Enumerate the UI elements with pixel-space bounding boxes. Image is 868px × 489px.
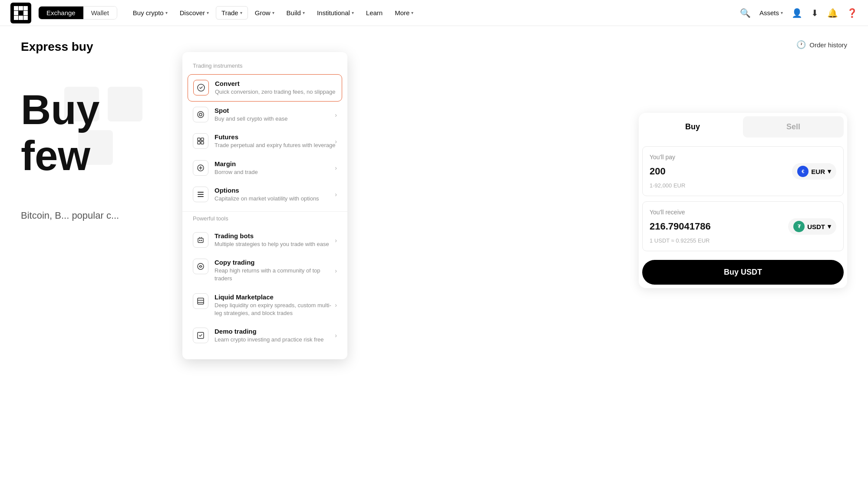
margin-title: Margin (215, 160, 337, 167)
dropdown-item-trading-bots[interactable]: Trading bots Multiple strategies to help… (182, 227, 347, 253)
futures-title: Futures (215, 133, 337, 141)
demo-trading-desc: Learn crypto investing and practice risk… (215, 336, 337, 344)
demo-trading-icon (193, 328, 208, 343)
svg-rect-3 (23, 6, 28, 10)
navbar-right: 🔍 Assets ▾ 👤 ⬇ 🔔 ❓ (740, 8, 858, 18)
nav-institutional[interactable]: Institutional ▾ (312, 7, 359, 19)
margin-desc: Borrow and trade (215, 168, 337, 176)
usdt-currency-icon: ₮ (793, 221, 805, 232)
copy-trading-title: Copy trading (215, 259, 337, 266)
tab-sell[interactable]: Sell (743, 116, 844, 138)
liquid-marketplace-title: Liquid Marketplace (215, 293, 337, 301)
nav-grow[interactable]: Grow ▾ (250, 7, 280, 19)
trading-bots-desc: Multiple strategies to help you trade wi… (215, 240, 337, 248)
eur-currency-icon: € (797, 166, 809, 177)
nav-trade[interactable]: Trade ▾ (216, 6, 248, 20)
chevron-right-icon: › (335, 302, 337, 308)
futures-icon (193, 133, 208, 149)
download-icon[interactable]: ⬇ (811, 8, 818, 18)
liquid-marketplace-icon (193, 293, 208, 309)
nav-buy-crypto[interactable]: Buy crypto ▾ (128, 7, 173, 19)
you-pay-hint: 1-92,000 EUR (650, 182, 836, 189)
svg-rect-15 (201, 141, 204, 144)
svg-rect-0 (10, 3, 31, 23)
dropdown-item-options[interactable]: Options Capitalize on market volatility … (182, 181, 347, 208)
svg-rect-6 (14, 16, 18, 20)
you-pay-field: You'll pay 200 € EUR ▾ 1-92,000 EUR (642, 146, 844, 196)
svg-point-23 (199, 240, 201, 241)
dropdown-item-futures[interactable]: Futures Trade perpetual and expiry futur… (182, 128, 347, 154)
svg-rect-19 (198, 192, 204, 193)
nav-build[interactable]: Build ▾ (281, 7, 310, 19)
chevron-down-icon: ▾ (303, 10, 305, 15)
receive-currency-selector[interactable]: ₮ USDT ▾ (788, 218, 836, 235)
svg-rect-5 (23, 11, 28, 15)
chevron-right-icon: › (335, 112, 337, 118)
trade-dropdown: Trading instruments Convert Quick conver… (182, 52, 347, 359)
dropdown-divider (182, 211, 347, 212)
svg-rect-1 (14, 6, 18, 10)
chevron-down-icon: ▾ (828, 223, 831, 230)
options-icon (193, 187, 208, 202)
hero-line1: Buy (21, 87, 99, 133)
spot-icon (193, 107, 208, 122)
chevron-down-icon: ▾ (828, 167, 831, 175)
nav-more[interactable]: More ▾ (389, 7, 419, 19)
dropdown-item-spot[interactable]: Spot Buy and sell crypto with ease › (182, 102, 347, 128)
you-receive-field: You'll receive 216.79041786 ₮ USDT ▾ 1 U… (642, 201, 844, 251)
svg-point-10 (198, 112, 204, 118)
chevron-right-icon: › (335, 164, 337, 171)
dropdown-item-copy-trading[interactable]: Copy trading Reap high returns with a co… (182, 253, 347, 288)
dropdown-item-liquid-marketplace[interactable]: Liquid Marketplace Deep liquidity on exp… (182, 288, 347, 322)
tab-buy[interactable]: Buy (642, 116, 743, 138)
dropdown-item-demo-trading[interactable]: Demo trading Learn crypto investing and … (182, 322, 347, 349)
okx-logo[interactable] (10, 3, 31, 23)
svg-rect-4 (14, 11, 18, 15)
nav-learn[interactable]: Learn (361, 7, 388, 19)
chevron-down-icon: ▾ (781, 10, 783, 15)
nav-discover[interactable]: Discover ▾ (175, 7, 214, 19)
you-pay-value[interactable]: 200 (650, 166, 666, 177)
exchange-toggle-btn[interactable]: Exchange (39, 7, 83, 19)
chevron-down-icon: ▾ (165, 10, 168, 15)
dropdown-item-convert[interactable]: Convert Quick conversion, zero trading f… (188, 74, 342, 102)
trading-bots-title: Trading bots (215, 232, 337, 240)
options-title: Options (215, 187, 337, 194)
trade-tabs: Buy Sell (642, 116, 844, 138)
section-powerful-tools-label: Powerful tools (182, 215, 347, 227)
page-title: Express buy (21, 40, 847, 54)
dropdown-item-margin[interactable]: Margin Borrow and trade › (182, 155, 347, 181)
convert-icon (193, 80, 209, 95)
navbar: Exchange Wallet Buy crypto ▾ Discover ▾ … (0, 0, 868, 26)
chevron-right-icon: › (335, 237, 337, 244)
order-history-button[interactable]: 🕐 Order history (796, 40, 847, 49)
search-icon[interactable]: 🔍 (740, 8, 751, 18)
chevron-down-icon: ▾ (352, 10, 354, 15)
receive-currency-label: USDT (807, 223, 825, 230)
assets-button[interactable]: Assets ▾ (759, 9, 783, 16)
you-receive-value[interactable]: 216.79041786 (650, 221, 711, 232)
svg-point-25 (198, 263, 204, 269)
liquid-marketplace-desc: Deep liquidity on expiry spreads, custom… (215, 302, 337, 317)
svg-rect-26 (198, 298, 204, 304)
spot-title: Spot (215, 107, 337, 114)
trade-panel: Buy Sell You'll pay 200 € EUR ▾ 1-92,000… (639, 113, 847, 288)
notification-icon[interactable]: 🔔 (827, 8, 838, 18)
convert-desc: Quick conversion, zero trading fees, no … (215, 88, 337, 96)
copy-trading-desc: Reap high returns with a community of to… (215, 267, 337, 282)
wallet-toggle-btn[interactable]: Wallet (83, 7, 117, 19)
copy-trading-icon (193, 259, 208, 274)
question-icon[interactable]: ❓ (847, 8, 858, 18)
order-history-icon: 🕐 (796, 40, 806, 49)
profile-icon[interactable]: 👤 (792, 8, 802, 18)
spot-desc: Buy and sell crypto with ease (215, 115, 337, 123)
svg-rect-2 (19, 6, 23, 10)
chevron-down-icon: ▾ (240, 10, 242, 15)
margin-icon (193, 160, 208, 176)
pay-currency-selector[interactable]: € EUR ▾ (792, 163, 836, 180)
buy-usdt-button[interactable]: Buy USDT (642, 260, 844, 285)
svg-rect-21 (198, 196, 204, 197)
chevron-right-icon: › (335, 267, 337, 274)
chevron-down-icon: ▾ (207, 10, 209, 15)
pay-currency-label: EUR (811, 168, 825, 175)
